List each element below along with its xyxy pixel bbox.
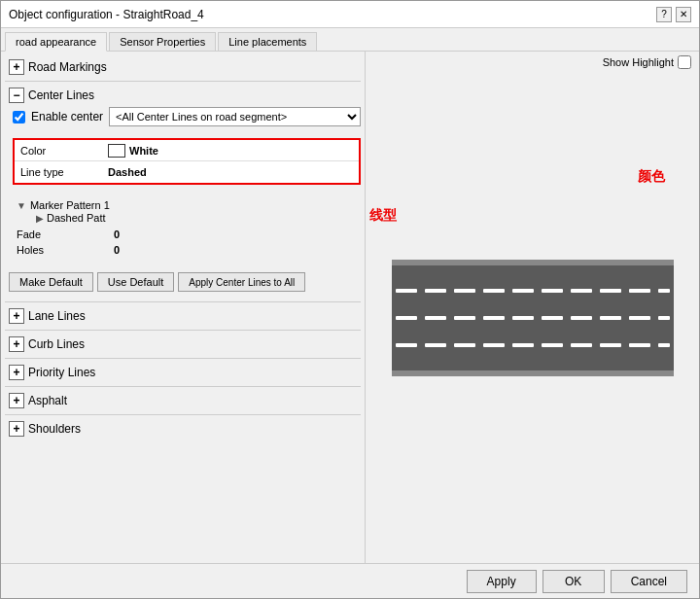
- svg-rect-30: [600, 343, 621, 347]
- priority-lines-header: + Priority Lines: [5, 363, 361, 382]
- highlight-row: Show Highlight: [369, 55, 695, 69]
- svg-rect-4: [425, 289, 446, 293]
- svg-rect-6: [483, 289, 505, 293]
- separator-5: [5, 386, 361, 387]
- asphalt-label: Asphalt: [28, 394, 67, 407]
- svg-rect-3: [396, 289, 417, 293]
- content-area: + Road Markings − Center Lines Enable ce…: [1, 52, 699, 563]
- svg-rect-21: [629, 316, 650, 320]
- svg-rect-2: [392, 370, 674, 376]
- svg-rect-17: [512, 316, 534, 320]
- color-swatch[interactable]: [108, 144, 125, 158]
- marker-pattern-label: Marker Pattern 1: [30, 199, 110, 211]
- help-button[interactable]: ?: [656, 7, 672, 22]
- properties-table: Color White Line type Dashed: [13, 138, 361, 185]
- color-row: Color White: [15, 140, 359, 161]
- center-lines-dropdown[interactable]: <All Center Lines on road segment>: [109, 107, 361, 126]
- svg-rect-19: [571, 316, 592, 320]
- dashed-pattern-item: ▶ Dashed Patt: [17, 212, 349, 224]
- linetype-row: Line type Dashed: [15, 161, 359, 183]
- asphalt-btn[interactable]: +: [9, 393, 24, 408]
- priority-lines-btn[interactable]: +: [9, 365, 24, 380]
- cancel-button[interactable]: Cancel: [611, 570, 687, 593]
- highlight-checkbox[interactable]: [678, 55, 691, 69]
- svg-rect-25: [454, 343, 475, 347]
- fade-value: 0: [114, 229, 120, 240]
- svg-rect-1: [392, 260, 674, 265]
- marker-pattern-arrow: ▼: [17, 200, 26, 211]
- svg-rect-15: [454, 316, 475, 320]
- svg-rect-26: [483, 343, 505, 347]
- curb-lines-btn[interactable]: +: [9, 336, 24, 352]
- enable-center-checkbox[interactable]: [13, 111, 25, 123]
- svg-rect-18: [542, 316, 563, 320]
- shoulders-btn[interactable]: +: [9, 421, 24, 437]
- center-lines-expand-btn[interactable]: −: [9, 88, 24, 103]
- svg-rect-14: [425, 316, 446, 320]
- title-bar: Object configuration - StraightRoad_4 ? …: [1, 1, 699, 28]
- road-markings-header: + Road Markings: [5, 57, 361, 77]
- svg-rect-13: [396, 316, 417, 320]
- make-default-button[interactable]: Make Default: [9, 272, 93, 292]
- right-panel: Show Highlight: [366, 52, 699, 563]
- main-window: Object configuration - StraightRoad_4 ? …: [0, 0, 700, 599]
- bottom-bar: Apply OK Cancel: [1, 563, 699, 598]
- tab-bar: road appearance Sensor Properties Line p…: [1, 28, 699, 52]
- svg-rect-16: [483, 316, 505, 320]
- svg-rect-20: [600, 316, 621, 320]
- tab-line-placements[interactable]: Line placements: [218, 32, 317, 51]
- tab-road-appearance[interactable]: road appearance: [5, 32, 107, 52]
- highlight-label: Show Highlight: [603, 56, 674, 68]
- curb-lines-header: + Curb Lines: [5, 335, 361, 354]
- window-title: Object configuration - StraightRoad_4: [9, 8, 204, 21]
- road-markings-label: Road Markings: [28, 60, 107, 74]
- enable-center-label: Enable center: [31, 110, 103, 123]
- linetype-label: Line type: [20, 166, 108, 178]
- svg-rect-11: [629, 289, 650, 293]
- svg-rect-5: [454, 289, 475, 293]
- svg-rect-29: [571, 343, 592, 347]
- apply-center-lines-button[interactable]: Apply Center Lines to All: [178, 272, 305, 292]
- separator-2: [5, 301, 361, 302]
- svg-rect-9: [571, 289, 592, 293]
- center-lines-header: − Center Lines: [5, 86, 361, 105]
- holes-value: 0: [114, 244, 120, 256]
- road-svg: [392, 260, 674, 376]
- apply-button[interactable]: Apply: [467, 570, 537, 593]
- priority-lines-label: Priority Lines: [28, 366, 95, 379]
- lane-lines-btn[interactable]: +: [9, 308, 24, 324]
- svg-rect-24: [425, 343, 446, 347]
- properties-wrapper: Color White Line type Dashed 颜色: [5, 134, 361, 189]
- use-default-button[interactable]: Use Default: [97, 272, 174, 292]
- svg-rect-28: [542, 343, 563, 347]
- left-panel: + Road Markings − Center Lines Enable ce…: [1, 52, 366, 563]
- linetype-value: Dashed: [108, 166, 147, 178]
- svg-rect-12: [658, 289, 670, 293]
- svg-rect-8: [542, 289, 563, 293]
- svg-rect-23: [396, 343, 417, 347]
- separator-6: [5, 414, 361, 415]
- road-markings-expand-btn[interactable]: +: [9, 59, 24, 75]
- svg-rect-10: [600, 289, 621, 293]
- fade-row: Fade 0: [5, 228, 361, 241]
- action-buttons: Make Default Use Default Apply Center Li…: [5, 266, 361, 298]
- close-button[interactable]: ✕: [676, 7, 691, 22]
- road-preview: [369, 77, 695, 559]
- holes-row: Holes 0: [5, 243, 361, 257]
- dashed-arrow: ▶: [36, 213, 44, 224]
- color-label: Color: [20, 145, 108, 157]
- svg-rect-22: [658, 316, 670, 320]
- curb-lines-label: Curb Lines: [28, 337, 85, 351]
- tab-sensor-properties[interactable]: Sensor Properties: [109, 32, 216, 51]
- separator-4: [5, 358, 361, 359]
- annotation-color-right: 颜色: [638, 168, 665, 186]
- shoulders-header: + Shoulders: [5, 419, 361, 439]
- color-value: White: [129, 145, 158, 157]
- title-bar-controls: ? ✕: [656, 7, 691, 22]
- separator-3: [5, 330, 361, 331]
- dashed-label: Dashed Patt: [47, 212, 106, 224]
- fade-label: Fade: [17, 229, 114, 240]
- ok-button[interactable]: OK: [542, 570, 605, 593]
- asphalt-header: + Asphalt: [5, 391, 361, 410]
- lane-lines-label: Lane Lines: [28, 309, 86, 323]
